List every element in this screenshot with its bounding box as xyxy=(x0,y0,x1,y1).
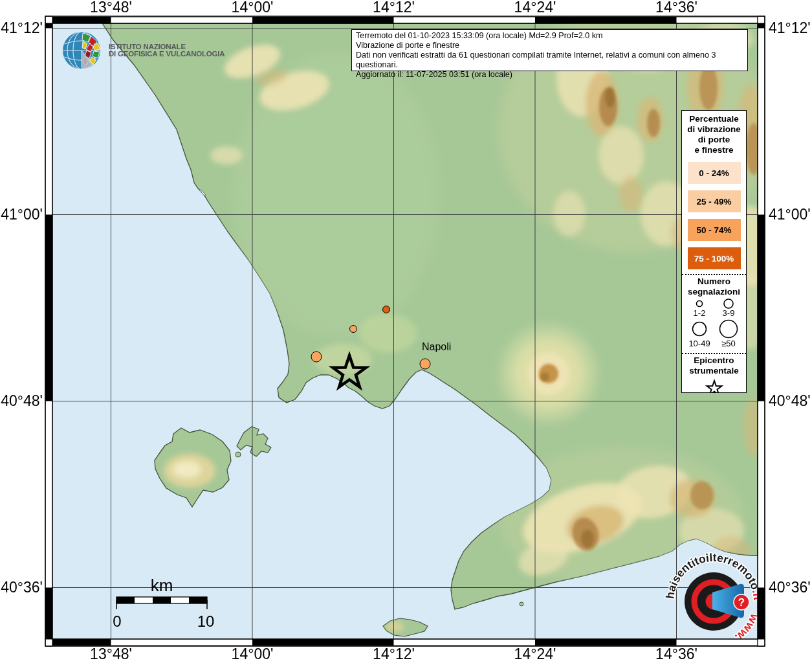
lat-label-left: 40°48' xyxy=(1,392,43,409)
report-dot xyxy=(350,326,357,333)
lon-label-bottom: 14°00' xyxy=(232,646,274,662)
lat-label-left: 41°00' xyxy=(1,206,43,223)
event-data-note: Dati non verificati estratti da 61 quest… xyxy=(356,51,743,70)
li-galli-islet xyxy=(520,602,523,606)
lon-label-bottom: 14°12' xyxy=(373,646,415,662)
event-title: Terremoto del 01-10-2023 15:33:09 (ora l… xyxy=(356,31,743,41)
lat-label-right: 40°36' xyxy=(769,579,811,596)
legend-counts-title-line: Numero xyxy=(682,276,746,287)
legend-count-label: 3-9 xyxy=(723,308,735,318)
legend-swatch-25-49: 25 - 49% xyxy=(688,190,741,212)
report-dot xyxy=(383,306,390,313)
legend-swatch-label: 75 - 100% xyxy=(694,254,734,264)
event-updated: Aggiornato il: 11-07-2025 03:51 (ora loc… xyxy=(356,70,743,80)
lon-label-bottom: 14°24' xyxy=(514,646,556,662)
legend-count-symbols: 1-2 3-9 10-49 ≥50 xyxy=(683,298,745,348)
legend-epicenter-title-line: Epicentro xyxy=(682,355,746,366)
lat-label-right: 41°00' xyxy=(769,206,811,223)
lon-label-top: 13°48' xyxy=(90,0,132,16)
map-page: Napoli km 0 10 ? haisentitoilter xyxy=(0,0,812,663)
legend-count-label: ≥50 xyxy=(721,339,736,348)
legend-swatch-50-74: 50 - 74% xyxy=(688,219,741,241)
lon-label-top: 14°12' xyxy=(373,0,415,16)
legend-counts-title: Numero segnalazioni xyxy=(682,276,746,297)
lat-label-left: 41°12' xyxy=(1,19,43,36)
legend-count-label: 10-49 xyxy=(688,339,710,348)
ingv-logo: ISTITUTO NAZIONALE DI GEOFISICA E VULCAN… xyxy=(61,30,225,71)
lat-label-left: 40°36' xyxy=(1,579,43,596)
city-label-napoli: Napoli xyxy=(422,341,451,352)
legend-title-line: di porte xyxy=(682,135,746,145)
lon-label-bottom: 13°48' xyxy=(90,646,132,662)
legend-title-line: di vibrazione xyxy=(682,124,746,135)
event-info-box: Terremoto del 01-10-2023 15:33:09 (ora l… xyxy=(351,29,748,71)
legend-divider xyxy=(682,353,746,354)
ingv-name-line2: DI GEOFISICA E VULCANOLOGIA xyxy=(109,51,225,58)
lon-label-top: 14°36' xyxy=(655,0,697,16)
event-effect: Vibrazione di porte e finestre xyxy=(356,41,743,51)
legend-divider xyxy=(682,274,746,275)
legend-epicenter-title-line: strumentale xyxy=(682,366,746,376)
legend-epicenter-title: Epicentro strumentale xyxy=(682,355,746,376)
legend-panel: Percentuale di vibrazione di porte e fin… xyxy=(681,110,747,393)
question-mark: ? xyxy=(738,596,745,609)
legend-swatch-label: 0 - 24% xyxy=(699,168,729,178)
scale-bar-unit: km xyxy=(151,576,173,595)
lon-label-top: 14°00' xyxy=(232,0,274,16)
lat-label-right: 40°48' xyxy=(769,392,811,409)
legend-title-line: e finestre xyxy=(682,145,746,155)
report-dot xyxy=(311,352,322,362)
lat-label-right: 41°12' xyxy=(769,19,811,36)
lon-label-bottom: 14°36' xyxy=(655,646,697,662)
legend-title: Percentuale di vibrazione di porte e fin… xyxy=(682,114,746,155)
legend-count-label: 1-2 xyxy=(694,308,706,318)
report-dot xyxy=(420,359,430,369)
scale-bar-end: 10 xyxy=(197,612,215,630)
scale-bar-start: 0 xyxy=(113,612,121,630)
legend-swatch-0-24: 0 - 24% xyxy=(688,162,741,184)
legend-counts-title-line: segnalazioni xyxy=(682,287,746,297)
legend-title-line: Percentuale xyxy=(682,114,746,124)
vesuvius-relief xyxy=(512,337,585,410)
legend-swatch-75-100: 75 - 100% xyxy=(688,247,741,269)
legend-swatch-label: 25 - 49% xyxy=(696,197,731,207)
vivara-islet xyxy=(236,452,241,457)
lon-label-top: 14°24' xyxy=(514,0,556,16)
legend-epicenter-star-icon xyxy=(705,378,724,393)
ingv-globe-icon xyxy=(61,30,103,71)
legend-swatch-label: 50 - 74% xyxy=(696,225,731,235)
